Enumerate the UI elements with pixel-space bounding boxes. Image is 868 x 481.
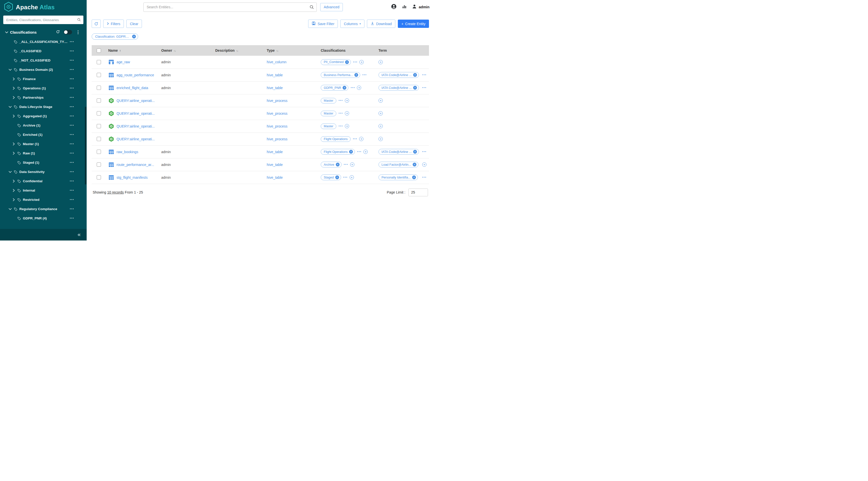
entity-name-link[interactable]: enriched_flight_data xyxy=(117,86,148,90)
classifications-view-toggle[interactable] xyxy=(64,30,72,34)
add-classification-button[interactable]: + xyxy=(360,60,364,64)
more-classifications-button[interactable]: ⋯ xyxy=(362,74,367,76)
classification-tree-item[interactable]: _NOT_CLASSIFIED ⋯ xyxy=(0,56,87,65)
entity-name-link[interactable]: QUERY:airline_operati... xyxy=(117,111,155,116)
item-options-button[interactable]: ⋯ xyxy=(69,162,74,163)
entity-type-link[interactable]: hive_process xyxy=(267,111,287,116)
records-count-link[interactable]: 10 records xyxy=(107,190,124,194)
advanced-search-button[interactable]: Advanced xyxy=(320,3,343,11)
classification-tree-item[interactable]: Restricted ⋯ xyxy=(0,195,87,204)
item-options-button[interactable]: ⋯ xyxy=(69,152,74,154)
row-checkbox[interactable] xyxy=(97,98,101,103)
remove-term-icon[interactable]: × xyxy=(413,86,417,90)
add-classification-button[interactable]: + xyxy=(345,98,349,103)
remove-term-icon[interactable]: × xyxy=(413,73,417,77)
remove-classification-icon[interactable]: × xyxy=(349,150,353,154)
chevron-icon[interactable] xyxy=(12,115,15,118)
classification-chip[interactable]: Staged× xyxy=(321,174,341,180)
column-header-owner[interactable]: Owner↑↓ xyxy=(159,45,213,56)
classification-chip[interactable]: Master xyxy=(321,124,336,129)
chevron-icon[interactable] xyxy=(12,198,15,201)
row-checkbox[interactable] xyxy=(97,150,101,154)
item-options-button[interactable]: ⋯ xyxy=(69,134,74,135)
classification-tree-item[interactable]: _CLASSIFIED ⋯ xyxy=(0,46,87,56)
more-classifications-button[interactable]: ⋯ xyxy=(338,113,343,114)
collapse-sidebar-button[interactable]: « xyxy=(78,232,81,237)
save-filter-button[interactable]: Save Filter xyxy=(308,20,338,28)
classification-tree-item[interactable]: Raw (1) ⋯ xyxy=(0,149,87,158)
more-terms-button[interactable]: ⋯ xyxy=(422,177,427,178)
classification-chip[interactable]: GDPR_PNR× xyxy=(321,85,348,91)
more-classifications-button[interactable]: ⋯ xyxy=(352,138,357,140)
remove-term-icon[interactable]: × xyxy=(412,175,416,179)
entity-type-link[interactable]: hive_process xyxy=(267,99,287,103)
entity-type-link[interactable]: hive_table xyxy=(267,175,283,180)
chevron-icon[interactable] xyxy=(8,105,12,108)
add-term-button[interactable]: + xyxy=(378,137,383,141)
sidebar-scrollbar[interactable] xyxy=(85,107,86,185)
search-icon[interactable] xyxy=(309,5,314,10)
chevron-icon[interactable] xyxy=(12,96,15,99)
classification-chip[interactable]: Flight Operations xyxy=(321,136,351,142)
more-classifications-button[interactable]: ⋯ xyxy=(357,151,362,153)
classification-tree-item[interactable]: Aggregated (1) ⋯ xyxy=(0,111,87,121)
classification-tree-item[interactable]: Data Sensitivity ⋯ xyxy=(0,167,87,177)
download-button[interactable]: Download xyxy=(367,20,395,28)
entity-name-link[interactable]: stg_flight_manifests xyxy=(117,175,148,180)
add-classification-button[interactable]: + xyxy=(357,86,361,90)
row-checkbox[interactable] xyxy=(97,86,101,90)
user-menu[interactable]: admin xyxy=(412,4,430,10)
chevron-icon[interactable] xyxy=(12,77,15,81)
add-classification-button[interactable]: + xyxy=(350,175,354,180)
classification-chip[interactable]: Flight Operations× xyxy=(321,149,355,155)
more-classifications-button[interactable]: ⋯ xyxy=(338,125,343,127)
item-options-button[interactable]: ⋯ xyxy=(69,69,74,70)
item-options-button[interactable]: ⋯ xyxy=(69,208,74,210)
item-options-button[interactable]: ⋯ xyxy=(69,180,74,182)
item-options-button[interactable]: ⋯ xyxy=(69,125,74,126)
item-options-button[interactable]: ⋯ xyxy=(69,60,74,61)
item-options-button[interactable]: ⋯ xyxy=(69,87,74,89)
term-chip[interactable]: IATA Code@Airline ...× xyxy=(378,149,419,155)
entity-name-link[interactable]: raw_bookings xyxy=(117,150,138,154)
chevron-icon[interactable] xyxy=(12,142,15,146)
entity-name-link[interactable]: route_performance_ar... xyxy=(117,163,154,167)
columns-dropdown[interactable]: Columns ▾ xyxy=(340,20,364,28)
term-chip[interactable]: IATA Code@Airline ...× xyxy=(378,72,419,78)
more-classifications-button[interactable]: ⋯ xyxy=(353,61,358,63)
add-classification-button[interactable]: + xyxy=(359,137,364,141)
create-entity-button[interactable]: + Create Entity xyxy=(398,20,429,28)
add-term-button[interactable]: + xyxy=(378,124,383,128)
add-term-button[interactable]: + xyxy=(422,162,427,167)
more-terms-button[interactable]: ⋯ xyxy=(422,74,427,76)
user-circle-icon[interactable] xyxy=(391,3,397,10)
remove-term-icon[interactable]: × xyxy=(413,163,416,166)
row-checkbox[interactable] xyxy=(97,60,101,64)
remove-classification-icon[interactable]: × xyxy=(336,163,340,166)
chevron-icon[interactable] xyxy=(12,152,15,155)
item-options-button[interactable]: ⋯ xyxy=(69,97,74,98)
remove-classification-icon[interactable]: × xyxy=(335,175,339,179)
column-header-name[interactable]: Name↑ xyxy=(106,45,159,56)
classification-chip[interactable]: Master xyxy=(321,98,336,103)
classification-tree-item[interactable]: Master (1) ⋯ xyxy=(0,139,87,149)
entity-type-link[interactable]: hive_table xyxy=(267,150,283,154)
classification-chip[interactable]: Master xyxy=(321,111,336,116)
entity-name-link[interactable]: QUERY:airline_operati... xyxy=(117,99,155,103)
more-terms-button[interactable]: ⋯ xyxy=(422,151,427,153)
row-checkbox[interactable] xyxy=(97,111,101,116)
add-classification-button[interactable]: + xyxy=(364,150,368,154)
add-term-button[interactable]: + xyxy=(378,98,383,103)
more-classifications-button[interactable]: ⋯ xyxy=(338,100,343,101)
item-options-button[interactable]: ⋯ xyxy=(69,115,74,117)
item-options-button[interactable]: ⋯ xyxy=(69,143,74,145)
term-chip[interactable]: IATA Code@Airline ...× xyxy=(378,85,419,91)
refresh-results-button[interactable] xyxy=(92,20,101,28)
term-chip[interactable]: Load Factor@Airlin...× xyxy=(378,162,418,167)
chevron-down-icon[interactable] xyxy=(5,31,8,34)
entity-name-link[interactable]: age_raw xyxy=(117,60,130,64)
add-term-button[interactable]: + xyxy=(378,60,383,64)
entity-type-link[interactable]: hive_column xyxy=(267,60,286,64)
chevron-icon[interactable] xyxy=(8,170,12,173)
chevron-icon[interactable] xyxy=(12,180,15,183)
